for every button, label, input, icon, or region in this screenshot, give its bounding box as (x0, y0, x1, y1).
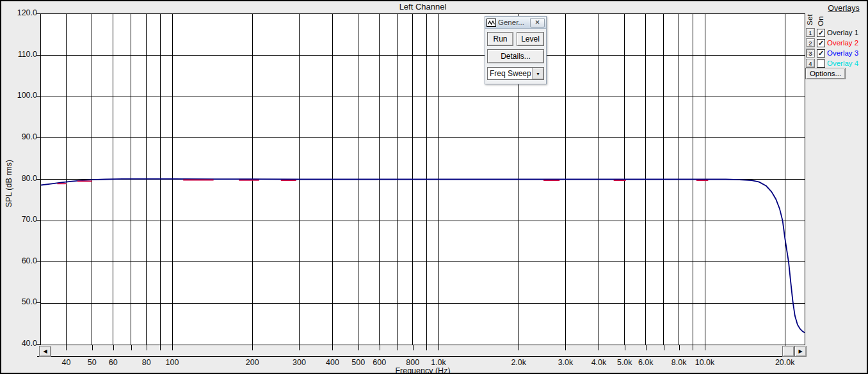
x-tick-label: 20.0k (775, 358, 795, 367)
x-tick-mark (252, 345, 253, 350)
x-tick-mark (92, 345, 93, 350)
x-tick-mark (438, 345, 439, 350)
overlay-row: 4Overlay 4 (806, 58, 858, 68)
overlay-row: 2✓Overlay 2 (806, 38, 858, 48)
close-icon[interactable]: ✕ (530, 18, 545, 27)
x-tick-mark (664, 345, 664, 350)
overlay-label-3: Overlay 3 (827, 49, 858, 57)
overlay-label-2: Overlay 2 (827, 39, 858, 47)
x-tick-label: 300 (293, 358, 306, 367)
x-axis-title: Frequency (Hz) (40, 366, 805, 374)
x-tick-label: 200 (246, 358, 259, 367)
response-curve (41, 179, 805, 332)
x-tick-mark (705, 345, 705, 350)
set-column-label: Set (806, 10, 814, 29)
plot-area[interactable] (40, 13, 805, 345)
y-tick-label: 110.0 (4, 50, 37, 59)
overlay-set-button-3[interactable]: 3 (806, 49, 815, 58)
x-tick-label: 40 (62, 358, 71, 367)
x-tick-label: 800 (406, 358, 419, 367)
x-tick-label: 3.0k (558, 358, 574, 367)
x-tick-mark (679, 345, 680, 350)
x-tick-mark (518, 345, 519, 350)
plot-canvas (41, 14, 805, 345)
y-tick-mark (36, 55, 40, 56)
x-tick-label: 4.0k (591, 358, 607, 367)
x-tick-mark (646, 345, 647, 350)
x-tick-mark (113, 345, 114, 350)
scroll-left-icon: ◀ (43, 349, 47, 354)
chart-title: Left Channel (40, 2, 805, 12)
x-tick-label: 600 (373, 358, 386, 367)
level-button[interactable]: Level (517, 32, 544, 46)
signal-mode-value: Freq Sweep (488, 68, 532, 79)
x-tick-mark (147, 345, 147, 350)
y-tick-mark (36, 137, 40, 138)
signal-mode-select[interactable]: Freq Sweep ▼ (487, 67, 544, 80)
x-tick-mark (380, 345, 380, 350)
chevron-down-icon[interactable]: ▼ (532, 68, 543, 79)
y-tick-mark (36, 179, 40, 180)
y-tick-mark (36, 261, 40, 262)
overlay-label-1: Overlay 1 (827, 29, 858, 36)
y-tick-label: 90.0 (4, 132, 37, 141)
overlay-set-button-4[interactable]: 4 (806, 59, 815, 68)
run-button[interactable]: Run (487, 32, 513, 46)
x-tick-mark (398, 345, 398, 350)
y-tick-mark (36, 344, 40, 345)
generator-dialog: Gener... ✕ Run Level Details... Freq Swe… (485, 16, 547, 84)
x-tick-label: 8.0k (671, 358, 687, 367)
y-tick-label: 100.0 (4, 91, 37, 100)
x-tick-label: 80 (142, 358, 151, 367)
x-tick-mark (693, 345, 693, 350)
scroll-left-button[interactable]: ◀ (39, 346, 51, 357)
generator-dialog-titlebar[interactable]: Gener... ✕ (485, 17, 546, 29)
x-tick-mark (565, 345, 566, 350)
y-axis-title: SPL (dB rms) (4, 145, 15, 222)
generator-run-row: Run Level (485, 29, 546, 46)
x-tick-label: 60 (109, 358, 118, 367)
y-tick-mark (36, 96, 40, 97)
waveform-icon (486, 19, 496, 27)
scroll-right-button[interactable]: ▶ (794, 346, 807, 357)
y-tick-mark (36, 302, 40, 303)
x-tick-mark (160, 345, 161, 350)
app-window: Left Channel SPL (dB rms) 120.0110.0100.… (0, 0, 868, 374)
overlay-on-checkbox-2[interactable]: ✓ (817, 39, 825, 47)
overlay-label-4: Overlay 4 (827, 59, 858, 67)
x-tick-mark (66, 345, 67, 350)
x-tick-label: 6.0k (638, 358, 654, 367)
x-tick-label: 1.0k (431, 358, 446, 367)
x-tick-mark (413, 345, 414, 350)
y-tick-mark (36, 13, 40, 14)
overlay-rows: 1✓Overlay 12✓Overlay 23✓Overlay 34Overla… (806, 27, 858, 68)
overlay-row: 3✓Overlay 3 (806, 48, 858, 58)
axis-baseline (37, 356, 805, 357)
x-tick-mark (131, 345, 132, 350)
x-tick-mark (172, 345, 173, 350)
overlay-on-checkbox-4[interactable] (817, 59, 825, 68)
generator-details-row: Details... (485, 46, 546, 63)
x-tick-label: 50 (88, 358, 97, 367)
y-tick-mark (36, 220, 40, 221)
overlay-on-checkbox-3[interactable]: ✓ (817, 49, 825, 58)
x-tick-mark (332, 345, 333, 350)
x-tick-label: 2.0k (511, 358, 526, 367)
x-tick-mark (625, 345, 625, 350)
y-tick-label: 40.0 (4, 339, 37, 348)
y-tick-label: 60.0 (4, 256, 37, 265)
overlay-set-button-2[interactable]: 2 (806, 38, 815, 47)
y-tick-label: 80.0 (4, 174, 37, 183)
generator-dialog-title: Gener... (498, 19, 528, 26)
overlays-heading: Overlays (819, 4, 868, 13)
x-tick-mark (599, 345, 599, 350)
overlay-set-button-1[interactable]: 1 (806, 28, 815, 37)
scroll-right-icon: ▶ (798, 349, 802, 354)
details-button[interactable]: Details... (487, 49, 544, 63)
x-tick-mark (358, 345, 359, 350)
scroll-track-button[interactable] (782, 346, 794, 357)
x-tick-label: 5.0k (617, 358, 632, 367)
options-button[interactable]: Options... (805, 68, 846, 79)
y-tick-label: 70.0 (4, 215, 37, 224)
overlay-on-checkbox-1[interactable]: ✓ (817, 29, 825, 37)
